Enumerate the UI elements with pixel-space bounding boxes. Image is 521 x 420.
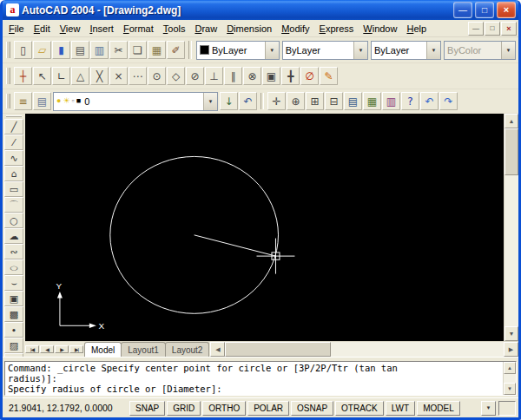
titlebar[interactable]: a AutoCAD 2004 - [Drawing2.dwg] — □ × xyxy=(3,0,518,20)
menu-draw[interactable]: Draw xyxy=(190,22,221,36)
snap-perpendicular-button[interactable]: ⊥ xyxy=(205,67,223,85)
spline-button[interactable]: ∾ xyxy=(4,244,23,259)
horizontal-scrollbar[interactable]: ◀ ▶ xyxy=(210,342,518,357)
horizontal-scroll-track[interactable] xyxy=(225,342,504,357)
status-otrack-button[interactable]: OTRACK xyxy=(335,401,384,416)
menu-help[interactable]: Help xyxy=(402,22,431,36)
make-block-button[interactable]: ▩ xyxy=(4,306,23,322)
snap-nearest-button[interactable]: ╋ xyxy=(281,67,300,85)
line-button[interactable]: ╱ xyxy=(4,119,23,135)
menu-tools[interactable]: Tools xyxy=(159,22,190,36)
pan-realtime-button[interactable]: ✛ xyxy=(267,92,286,110)
menu-view[interactable]: View xyxy=(56,22,85,36)
menu-window[interactable]: Window xyxy=(359,22,401,36)
snap-insert-button[interactable]: ▣ xyxy=(262,67,280,85)
next-tab-button[interactable]: ▶ xyxy=(55,345,69,353)
cut-button[interactable]: ✂ xyxy=(109,41,128,59)
rectangle-button[interactable]: ▭ xyxy=(4,181,23,197)
snap-parallel-button[interactable]: ∥ xyxy=(224,67,242,85)
snap-intersection-button[interactable]: ╳ xyxy=(90,67,109,85)
scroll-up-button[interactable]: ▲ xyxy=(505,114,518,128)
scroll-right-button[interactable]: ▶ xyxy=(504,342,518,357)
tab-model[interactable]: Model xyxy=(84,342,122,357)
paste-button[interactable]: ▦ xyxy=(148,41,166,59)
snap-tangent-button[interactable]: ⊘ xyxy=(186,67,204,85)
copy-button[interactable]: ❏ xyxy=(129,41,147,59)
osnap-settings-button[interactable]: ✎ xyxy=(320,67,338,85)
insert-block-button[interactable]: ▣ xyxy=(4,291,23,306)
menu-insert[interactable]: Insert xyxy=(85,22,118,36)
status-grid-button[interactable]: GRID xyxy=(167,401,201,416)
new-button[interactable]: ▯ xyxy=(14,41,32,59)
document-close-button[interactable]: × xyxy=(501,22,517,36)
save-button[interactable]: ▮ xyxy=(52,41,70,59)
snap-midpoint-button[interactable]: △ xyxy=(71,67,89,85)
zoom-previous-button[interactable]: ⊟ xyxy=(325,92,343,110)
plot-preview-button[interactable]: ▥ xyxy=(90,41,109,59)
vertical-scrollbar[interactable]: ▲ ▼ xyxy=(504,114,518,341)
layer-control[interactable]: ●☀▫■ 0 ▼ xyxy=(53,92,218,111)
snap-apparent-intersection-button[interactable]: × xyxy=(109,67,128,85)
scroll-down-button[interactable]: ▼ xyxy=(505,326,518,341)
drawing-canvas[interactable]: X Y xyxy=(25,114,504,341)
minimize-button[interactable]: — xyxy=(453,2,472,18)
arc-button[interactable]: ⌒ xyxy=(4,197,23,213)
snap-none-button[interactable]: ∅ xyxy=(300,67,319,85)
status-model-button[interactable]: MODEL xyxy=(417,401,460,416)
layer-previous-button[interactable]: ↶ xyxy=(239,92,257,110)
construction-line-button[interactable]: ⁄ xyxy=(4,135,23,150)
command-scrollbar[interactable]: ▲ ▼ xyxy=(503,362,516,395)
vertical-scroll-track[interactable] xyxy=(505,128,518,326)
revision-cloud-button[interactable]: ☁ xyxy=(4,228,23,244)
layer-properties-manager-button[interactable]: ≡ xyxy=(14,92,32,110)
zoom-realtime-button[interactable]: ⊕ xyxy=(287,92,305,110)
last-tab-button[interactable]: ▶| xyxy=(69,345,83,353)
status-osnap-button[interactable]: OSNAP xyxy=(291,401,333,416)
match-properties-button[interactable]: ✐ xyxy=(167,41,185,59)
command-scroll-up-button[interactable]: ▲ xyxy=(504,362,516,374)
status-snap-button[interactable]: SNAP xyxy=(129,401,165,416)
plot-button[interactable]: ▤ xyxy=(71,41,89,59)
ellipse-arc-button[interactable]: ⌣ xyxy=(4,275,23,291)
command-scroll-track[interactable] xyxy=(504,374,516,383)
menu-file[interactable]: File xyxy=(4,22,29,36)
close-button[interactable]: × xyxy=(497,2,516,18)
undo-button[interactable]: ↶ xyxy=(420,92,439,110)
command-scroll-down-button[interactable]: ▼ xyxy=(504,383,516,395)
linetype-control-dropdown-icon[interactable]: ▼ xyxy=(353,42,367,59)
snap-endpoint-button[interactable]: ∟ xyxy=(52,67,70,85)
layer-states-manager-button[interactable]: ▤ xyxy=(33,92,51,110)
coordinates-display[interactable]: 21.9041, 12.1792, 0.0000 xyxy=(5,401,127,415)
zoom-window-button[interactable]: ⊞ xyxy=(306,92,324,110)
menu-edit[interactable]: Edit xyxy=(30,22,55,36)
designcenter-button[interactable]: ▦ xyxy=(363,92,381,110)
ellipse-button[interactable]: ○ xyxy=(4,259,23,275)
point-button[interactable]: ∙ xyxy=(4,322,23,338)
snap-from-button[interactable]: ↖ xyxy=(33,67,51,85)
snap-extension-button[interactable]: ⋯ xyxy=(129,67,147,85)
toolbar-grip[interactable] xyxy=(6,68,10,84)
tool-palettes-button[interactable]: ▥ xyxy=(382,92,400,110)
make-object-layer-current-button[interactable]: ↓ xyxy=(220,92,238,110)
maximize-button[interactable]: □ xyxy=(475,2,494,18)
temporary-track-point-button[interactable]: ┼ xyxy=(14,67,32,85)
help-button[interactable]: ? xyxy=(401,92,419,110)
horizontal-scroll-thumb[interactable] xyxy=(225,342,331,357)
menu-modify[interactable]: Modify xyxy=(277,22,313,36)
toolbar-grip[interactable] xyxy=(6,115,22,117)
tab-layout2[interactable]: Layout2 xyxy=(165,342,210,357)
status-menu-button[interactable]: ▼ xyxy=(481,401,496,416)
polygon-button[interactable]: ⌂ xyxy=(4,166,23,181)
tab-layout1[interactable]: Layout1 xyxy=(121,342,166,357)
toolbar-grip[interactable] xyxy=(6,94,10,108)
snap-center-button[interactable]: ⊙ xyxy=(148,67,166,85)
snap-node-button[interactable]: ⊗ xyxy=(243,67,261,85)
open-button[interactable]: ▱ xyxy=(33,41,51,59)
hatch-button[interactable]: ▨ xyxy=(4,338,23,353)
color-control[interactable]: ByLayer ▼ xyxy=(196,41,280,60)
menu-format[interactable]: Format xyxy=(119,22,158,36)
vertical-scroll-thumb[interactable] xyxy=(505,128,518,175)
lineweight-control-dropdown-icon[interactable]: ▼ xyxy=(426,42,440,59)
document-restore-button[interactable]: □ xyxy=(485,22,500,36)
properties-palette-button[interactable]: ▤ xyxy=(344,92,362,110)
